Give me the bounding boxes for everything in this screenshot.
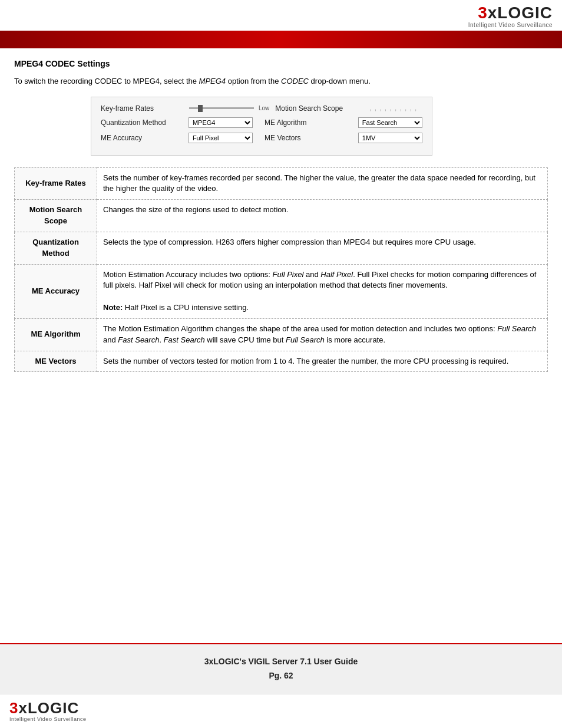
me-accuracy-label: ME Accuracy: [101, 134, 183, 142]
table-row: ME Accuracy Motion Estimation Accuracy i…: [15, 264, 548, 318]
row-header-quant: QuantizationMethod: [15, 232, 97, 264]
me-vectors-label: ME Vectors: [265, 134, 352, 142]
motion-scope-slider: , , , , , , , , , ,: [369, 105, 417, 111]
keyframe-thumb[interactable]: [198, 105, 203, 112]
intro-text-after: drop-down menu.: [309, 77, 371, 85]
motion-scope-label: Motion Search Scope: [275, 104, 363, 113]
keyframe-track[interactable]: [189, 107, 254, 109]
footer-bar: 3xLOGIC's VIGIL Server 7.1 User Guide Pg…: [0, 643, 562, 694]
keyframe-label: Key-frame Rates: [101, 104, 183, 113]
intro-paragraph: To switch the recording CODEC to MPEG4, …: [14, 75, 548, 87]
note-label: Note:: [103, 303, 123, 312]
logo-subtitle: Intelligent Video Surveillance: [468, 22, 553, 28]
motion-ticks: , , , , , , , , , ,: [369, 105, 417, 111]
row-header-me-accuracy: ME Accuracy: [15, 264, 97, 318]
intro-mpeg4-italic: MPEG4: [199, 77, 226, 85]
quant-select[interactable]: MPEG4: [189, 117, 253, 128]
me-algo-label: ME Algorithm: [265, 118, 352, 127]
me-algo-select[interactable]: Fast Search: [358, 117, 422, 128]
me-accuracy-select[interactable]: Full Pixel: [189, 133, 253, 143]
row-header-keyframe: Key-frame Rates: [15, 167, 97, 200]
table-row: Motion SearchScope Changes the size of t…: [15, 200, 548, 232]
table-row: QuantizationMethod Selects the type of c…: [15, 232, 548, 264]
row-content-me-vectors: Sets the number of vectors tested for mo…: [97, 351, 548, 372]
page-title: MPEG4 CODEC Settings: [14, 59, 548, 68]
me-vectors-select[interactable]: 1MV: [358, 133, 422, 143]
row-header-me-algo: ME Algorithm: [15, 318, 97, 351]
settings-row-3: ME Accuracy Full Pixel ME Vectors 1MV: [101, 133, 422, 143]
row-header-motion-scope: Motion SearchScope: [15, 200, 97, 232]
footer-text: 3xLOGIC's VIGIL Server 7.1 User Guide Pg…: [0, 655, 562, 683]
settings-row-2: Quantization Method MPEG4 ME Algorithm F…: [101, 117, 422, 128]
logo-prefix: 3: [478, 4, 488, 22]
main-content: MPEG4 CODEC Settings To switch the recor…: [0, 48, 562, 643]
red-bar: [0, 31, 562, 48]
info-table: Key-frame Rates Sets the number of key-f…: [14, 167, 548, 373]
intro-codec-italic: CODEC: [281, 77, 309, 85]
bottom-logo-prefix: 3: [9, 699, 18, 717]
row-content-quant: Selects the type of compression. H263 of…: [97, 232, 548, 264]
settings-row-1: Key-frame Rates Low Motion Search Scope …: [101, 104, 422, 113]
bottom-logo-bar: 3xLOGIC Intelligent Video Surveillance: [0, 694, 562, 728]
keyframe-slider-label: Low: [259, 105, 269, 111]
bottom-logo-text: 3xLOGIC: [9, 700, 86, 716]
footer-line2: Pg. 62: [269, 671, 293, 680]
row-header-me-vectors: ME Vectors: [15, 351, 97, 372]
table-row: ME Algorithm The Motion Estimation Algor…: [15, 318, 548, 351]
table-row: Key-frame Rates Sets the number of key-f…: [15, 167, 548, 200]
intro-text-between: option from the: [226, 77, 281, 85]
page-header: 3xLOGIC Intelligent Video Surveillance: [0, 0, 562, 31]
logo-text: 3xLOGIC: [478, 5, 553, 21]
footer-line1: 3xLOGIC's VIGIL Server 7.1 User Guide: [204, 657, 358, 666]
intro-text-before: To switch the recording CODEC to MPEG4, …: [14, 77, 199, 85]
bottom-logo: 3xLOGIC Intelligent Video Surveillance: [9, 700, 86, 722]
table-row: ME Vectors Sets the number of vectors te…: [15, 351, 548, 372]
row-content-me-accuracy: Motion Estimation Accuracy includes two …: [97, 264, 548, 318]
row-content-motion-scope: Changes the size of the regions used to …: [97, 200, 548, 232]
bottom-logo-subtitle: Intelligent Video Surveillance: [9, 716, 86, 722]
row-content-keyframe: Sets the number of key-frames recorded p…: [97, 167, 548, 200]
quant-label: Quantization Method: [101, 118, 183, 127]
keyframe-slider: Low: [189, 105, 269, 111]
settings-panel: Key-frame Rates Low Motion Search Scope …: [91, 97, 432, 156]
header-logo: 3xLOGIC Intelligent Video Surveillance: [468, 5, 553, 28]
row-content-me-algo: The Motion Estimation Algorithm changes …: [97, 318, 548, 351]
